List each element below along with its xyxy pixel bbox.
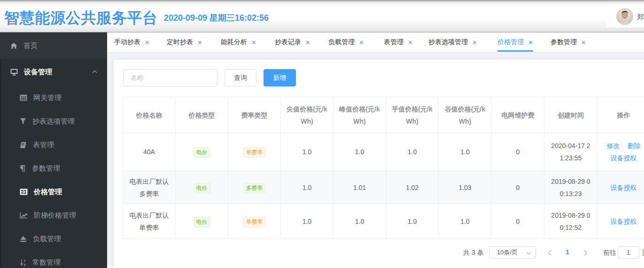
svg-text:9: 9 [24, 263, 26, 266]
svg-text:1: 1 [24, 259, 26, 262]
